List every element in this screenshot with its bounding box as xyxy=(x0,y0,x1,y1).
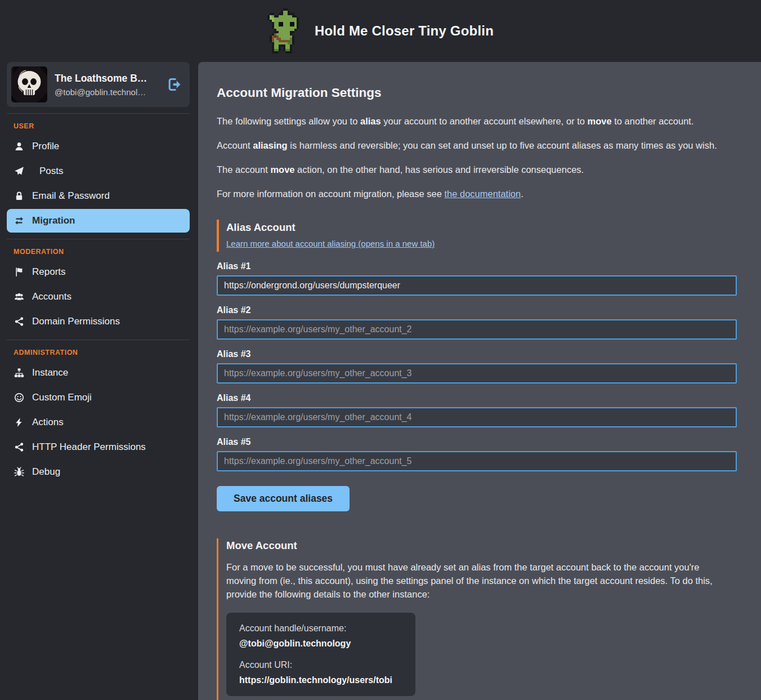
alias-3-input[interactable] xyxy=(217,363,737,384)
alias-field: Alias #3 xyxy=(217,349,737,384)
handle-label: Account handle/username: xyxy=(239,623,402,634)
paper-plane-icon xyxy=(14,166,25,176)
alias-3-label: Alias #3 xyxy=(217,349,737,359)
sidebar-item-label: Custom Emoji xyxy=(32,392,92,403)
sidebar-item-email-password[interactable]: Email & Password xyxy=(7,184,190,208)
alias-5-label: Alias #5 xyxy=(217,437,737,447)
intro-paragraph: For more information on account migratio… xyxy=(217,189,737,199)
users-icon xyxy=(14,292,25,302)
divider xyxy=(7,113,190,114)
alias-1-input[interactable] xyxy=(217,275,737,296)
flag-icon xyxy=(14,267,25,277)
logout-icon[interactable] xyxy=(167,77,182,92)
sidebar-item-custom-emoji[interactable]: Custom Emoji xyxy=(7,386,190,409)
share-nodes-icon xyxy=(14,442,25,452)
account-handle: @tobi@goblin.technol… xyxy=(55,87,167,97)
section-label-administration: ADMINISTRATION xyxy=(14,349,190,356)
sidebar-item-label: Posts xyxy=(39,166,64,177)
sidebar-item-reports[interactable]: Reports xyxy=(7,260,190,284)
user-icon xyxy=(14,141,25,151)
sidebar-item-http-header-permissions[interactable]: HTTP Header Permissions xyxy=(7,435,190,459)
app-title: Hold Me Closer Tiny Goblin xyxy=(315,23,494,39)
alias-1-label: Alias #1 xyxy=(217,261,737,271)
bolt-icon xyxy=(14,417,25,427)
lock-icon xyxy=(14,191,25,201)
sidebar-item-label: Actions xyxy=(32,417,64,428)
sidebar-item-label: Email & Password xyxy=(32,190,110,202)
sidebar-item-domain-permissions[interactable]: Domain Permissions xyxy=(7,310,190,333)
alias-field: Alias #2 xyxy=(217,305,737,340)
sidebar-item-label: Accounts xyxy=(32,291,71,302)
sitemap-icon xyxy=(14,368,25,378)
sidebar-item-profile[interactable]: Profile xyxy=(7,135,190,158)
alias-field: Alias #1 xyxy=(217,261,737,296)
alias-account-section-header: Alias Account Learn more about account a… xyxy=(217,220,737,252)
arrows-right-left-icon xyxy=(14,216,25,226)
learn-aliasing-link[interactable]: Learn more about account aliasing (opens… xyxy=(226,239,435,248)
nav-user: Profile Posts Email & Password Migrati xyxy=(7,135,190,233)
sidebar-item-label: HTTP Header Permissions xyxy=(32,442,146,453)
handle-value: @tobi@goblin.technology xyxy=(239,639,402,649)
sidebar-item-label: Profile xyxy=(32,141,59,152)
skull-avatar-image xyxy=(11,66,47,102)
intro-paragraph: The following settings allow you to alia… xyxy=(217,116,737,127)
page-title: Account Migration Settings xyxy=(217,86,737,100)
bug-icon xyxy=(14,467,25,477)
alias-5-input[interactable] xyxy=(217,451,737,471)
documentation-link[interactable]: the documentation xyxy=(444,189,521,199)
sidebar-item-actions[interactable]: Actions xyxy=(7,411,190,434)
alias-4-input[interactable] xyxy=(217,407,737,427)
alias-2-label: Alias #2 xyxy=(217,305,737,315)
sidebar-item-label: Debug xyxy=(32,466,60,478)
section-label-moderation: MODERATION xyxy=(14,248,190,256)
move-account-description: For a move to be successful, you must ha… xyxy=(226,561,722,601)
alias-field: Alias #5 xyxy=(217,437,737,471)
divider xyxy=(7,239,190,239)
sidebar-item-label: Migration xyxy=(32,215,75,226)
account-details-box: Account handle/username: @tobi@goblin.te… xyxy=(226,613,415,696)
divider xyxy=(7,340,190,340)
alias-field: Alias #4 xyxy=(217,393,737,427)
save-aliases-button[interactable]: Save account aliases xyxy=(217,486,350,511)
sidebar-item-accounts[interactable]: Accounts xyxy=(7,285,190,309)
display-name: The Loathsome B… xyxy=(55,73,167,84)
alias-4-label: Alias #4 xyxy=(217,393,737,403)
uri-label: Account URI: xyxy=(239,660,402,670)
nav-administration: Instance Custom Emoji Actions HTTP Heade… xyxy=(7,361,190,484)
sidebar-item-instance[interactable]: Instance xyxy=(7,361,190,385)
sidebar: The Loathsome B… @tobi@goblin.technol… U… xyxy=(7,62,190,485)
uri-value: https://goblin.technology/users/tobi xyxy=(239,675,402,685)
avatar xyxy=(11,66,47,102)
alias-form: Alias #1 Alias #2 Alias #3 Alias #4 Alia… xyxy=(217,261,737,511)
app-header: Hold Me Closer Tiny Goblin xyxy=(0,0,761,62)
alias-2-input[interactable] xyxy=(217,319,737,340)
smiley-icon xyxy=(14,393,25,403)
user-card[interactable]: The Loathsome B… @tobi@goblin.technol… xyxy=(7,62,190,107)
main-panel: Account Migration Settings The following… xyxy=(198,62,761,700)
sidebar-item-debug[interactable]: Debug xyxy=(7,460,190,484)
move-account-section: Move Account For a move to be successful… xyxy=(217,538,737,700)
share-nodes-icon xyxy=(14,316,25,327)
sidebar-item-label: Domain Permissions xyxy=(32,316,120,327)
sidebar-item-migration[interactable]: Migration xyxy=(7,209,190,233)
nav-moderation: Reports Accounts Domain Permissions xyxy=(7,260,190,333)
sidebar-item-posts[interactable]: Posts xyxy=(7,159,190,183)
sidebar-item-label: Instance xyxy=(32,367,68,378)
move-account-heading: Move Account xyxy=(226,540,737,552)
intro-paragraph: Account aliasing is harmless and reversi… xyxy=(217,140,737,151)
goblin-mascot-icon xyxy=(267,7,306,55)
alias-account-heading: Alias Account xyxy=(226,221,737,234)
section-label-user: USER xyxy=(14,122,190,130)
intro-paragraph: The account move action, on the other ha… xyxy=(217,164,737,175)
sidebar-item-label: Reports xyxy=(32,266,66,278)
